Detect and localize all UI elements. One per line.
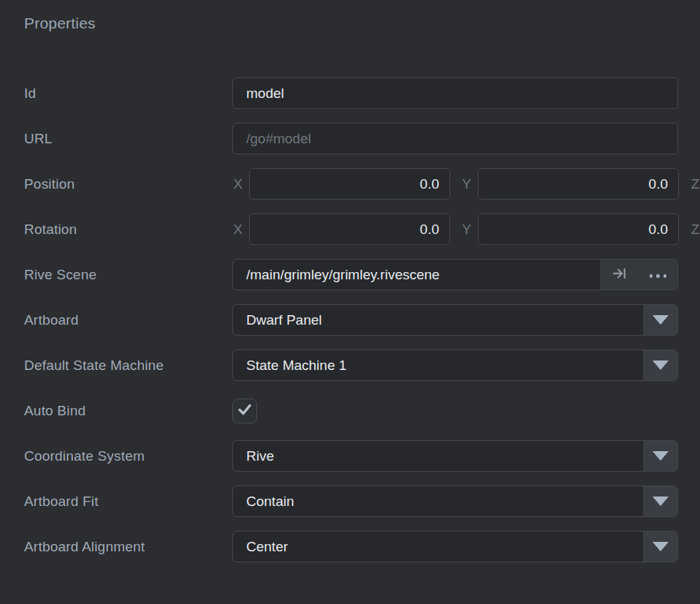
row-url: URL bbox=[24, 123, 678, 154]
url-input[interactable] bbox=[232, 123, 678, 154]
coordinate-system-label: Coordinate System bbox=[24, 448, 232, 464]
properties-panel: Properties Id URL Position X Y Z bbox=[0, 0, 700, 604]
properties-form: Id URL Position X Y Z Rotation bbox=[24, 78, 678, 562]
default-state-machine-value: State Machine 1 bbox=[233, 350, 643, 380]
rotation-label: Rotation bbox=[24, 222, 232, 238]
row-id: Id bbox=[24, 78, 678, 109]
panel-title: Properties bbox=[24, 15, 678, 32]
artboard-dropdown[interactable]: Dwarf Panel bbox=[232, 304, 678, 336]
artboard-value: Dwarf Panel bbox=[233, 305, 643, 335]
position-vector: X Y Z bbox=[232, 168, 700, 200]
triangle-down-icon bbox=[653, 451, 669, 461]
artboard-label: Artboard bbox=[24, 312, 232, 328]
rotation-x-label: X bbox=[232, 222, 243, 238]
rive-scene-label: Rive Scene bbox=[24, 267, 232, 283]
rotation-y-input[interactable] bbox=[478, 214, 679, 245]
artboard-fit-dropdown-button[interactable] bbox=[643, 486, 677, 516]
artboard-dropdown-button[interactable] bbox=[643, 305, 677, 335]
open-resource-button[interactable] bbox=[600, 260, 639, 290]
artboard-alignment-value: Center bbox=[233, 532, 643, 562]
url-label: URL bbox=[24, 131, 232, 147]
artboard-alignment-dropdown[interactable]: Center bbox=[232, 531, 678, 562]
row-default-state-machine: Default State Machine State Machine 1 bbox=[24, 350, 678, 381]
coordinate-system-dropdown-button[interactable] bbox=[643, 441, 677, 471]
auto-bind-checkbox[interactable] bbox=[232, 399, 257, 423]
position-z-label: Z bbox=[690, 176, 700, 192]
default-state-machine-dropdown-button[interactable] bbox=[643, 350, 677, 380]
triangle-down-icon bbox=[653, 497, 669, 506]
rive-scene-path: /main/grimley/grimley.rivescene bbox=[233, 260, 600, 290]
arrow-bar-right-icon bbox=[612, 265, 628, 284]
id-input[interactable] bbox=[232, 78, 678, 109]
artboard-fit-dropdown[interactable]: Contain bbox=[232, 486, 678, 517]
artboard-alignment-dropdown-button[interactable] bbox=[643, 532, 677, 562]
row-position: Position X Y Z bbox=[24, 168, 678, 200]
position-y-input[interactable] bbox=[478, 168, 679, 200]
position-label: Position bbox=[24, 176, 232, 192]
coordinate-system-dropdown[interactable]: Rive bbox=[232, 440, 678, 472]
row-auto-bind: Auto Bind bbox=[24, 395, 678, 426]
checkmark-icon bbox=[236, 401, 254, 421]
artboard-fit-value: Contain bbox=[233, 486, 643, 516]
triangle-down-icon bbox=[653, 542, 669, 551]
rive-scene-resource-field[interactable]: /main/grimley/grimley.rivescene bbox=[232, 259, 678, 290]
default-state-machine-dropdown[interactable]: State Machine 1 bbox=[232, 350, 678, 381]
row-rotation: Rotation X Y Z bbox=[24, 214, 678, 245]
default-state-machine-label: Default State Machine bbox=[24, 358, 232, 374]
artboard-fit-label: Artboard Fit bbox=[24, 494, 232, 510]
auto-bind-label: Auto Bind bbox=[24, 403, 232, 419]
position-x-label: X bbox=[232, 176, 243, 192]
rive-scene-buttons bbox=[600, 260, 677, 290]
coordinate-system-value: Rive bbox=[233, 441, 643, 471]
rotation-y-label: Y bbox=[461, 222, 472, 238]
id-label: Id bbox=[24, 86, 232, 102]
rotation-vector: X Y Z bbox=[232, 214, 700, 245]
row-rive-scene: Rive Scene /main/grimley/grimley.rivesce… bbox=[24, 259, 678, 290]
row-artboard-alignment: Artboard Alignment Center bbox=[24, 531, 678, 562]
position-x-input[interactable] bbox=[249, 168, 450, 200]
row-artboard: Artboard Dwarf Panel bbox=[24, 304, 678, 336]
row-artboard-fit: Artboard Fit Contain bbox=[24, 486, 678, 517]
artboard-alignment-label: Artboard Alignment bbox=[24, 539, 232, 555]
ellipsis-icon bbox=[650, 274, 667, 278]
row-coordinate-system: Coordinate System Rive bbox=[24, 440, 678, 472]
rotation-x-input[interactable] bbox=[249, 214, 450, 245]
triangle-down-icon bbox=[653, 315, 669, 325]
browse-resource-button[interactable] bbox=[639, 260, 677, 290]
triangle-down-icon bbox=[653, 360, 669, 370]
position-y-label: Y bbox=[461, 176, 472, 192]
rotation-z-label: Z bbox=[690, 222, 700, 238]
